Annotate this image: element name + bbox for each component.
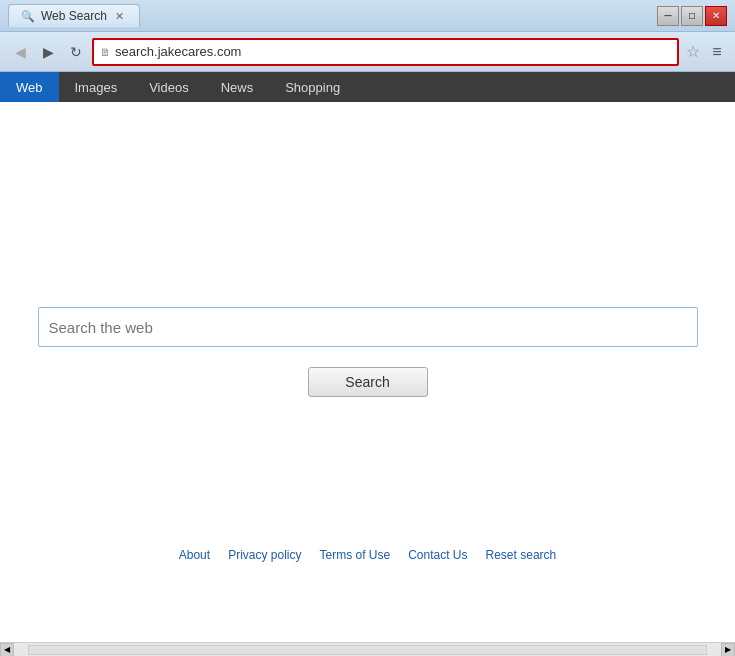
search-nav-tabs: Web Images Videos News Shopping (0, 72, 735, 102)
scroll-right-button[interactable]: ▶ (721, 643, 735, 657)
page-icon: 🗎 (100, 46, 111, 58)
tab-news[interactable]: News (205, 72, 270, 102)
close-button[interactable]: ✕ (705, 6, 727, 26)
maximize-button[interactable]: □ (681, 6, 703, 26)
search-input[interactable] (38, 307, 698, 347)
url-display: search.jakecares.com (115, 44, 671, 59)
tab-videos[interactable]: Videos (133, 72, 205, 102)
toolbar: ◀ ▶ ↻ 🗎 search.jakecares.com ☆ ≡ (0, 32, 735, 72)
titlebar: 🔍 Web Search ✕ ─ □ ✕ (0, 0, 735, 32)
menu-button[interactable]: ≡ (707, 42, 727, 62)
search-button[interactable]: Search (308, 367, 428, 397)
horizontal-scrollbar: ◀ ▶ (0, 642, 735, 656)
browser-tab[interactable]: 🔍 Web Search ✕ (8, 4, 140, 27)
forward-button[interactable]: ▶ (36, 40, 60, 64)
tab-shopping[interactable]: Shopping (269, 72, 356, 102)
tab-close-button[interactable]: ✕ (113, 9, 127, 23)
search-section: Search (0, 307, 735, 397)
footer-link-contact[interactable]: Contact Us (408, 548, 467, 562)
scrollbar-track[interactable] (28, 645, 707, 655)
tab-title: Web Search (41, 9, 107, 23)
footer-link-about[interactable]: About (179, 548, 210, 562)
browser-window: 🔍 Web Search ✕ ─ □ ✕ ◀ ▶ ↻ 🗎 search.jake… (0, 0, 735, 656)
minimize-button[interactable]: ─ (657, 6, 679, 26)
tab-icon: 🔍 (21, 10, 35, 23)
main-content: Search About Privacy policy Terms of Use… (0, 102, 735, 642)
tab-images[interactable]: Images (59, 72, 134, 102)
bookmark-button[interactable]: ☆ (683, 42, 703, 62)
footer-link-terms[interactable]: Terms of Use (319, 548, 390, 562)
tab-web[interactable]: Web (0, 72, 59, 102)
window-controls: ─ □ ✕ (657, 6, 727, 26)
reload-button[interactable]: ↻ (64, 40, 88, 64)
back-button[interactable]: ◀ (8, 40, 32, 64)
scroll-left-button[interactable]: ◀ (0, 643, 14, 657)
footer-link-privacy[interactable]: Privacy policy (228, 548, 301, 562)
address-bar[interactable]: 🗎 search.jakecares.com (92, 38, 679, 66)
footer-links: About Privacy policy Terms of Use Contac… (179, 548, 556, 562)
footer-link-reset[interactable]: Reset search (486, 548, 557, 562)
